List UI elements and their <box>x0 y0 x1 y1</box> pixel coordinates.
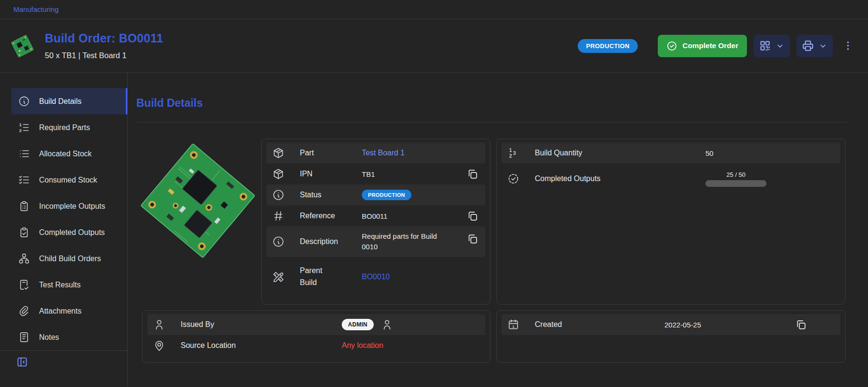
sidebar-item-required-parts[interactable]: 12 Required Parts <box>11 114 127 141</box>
parent-build-link[interactable]: BO0010 <box>362 273 390 281</box>
sidebar-item-label: Completed Outputs <box>39 228 105 237</box>
svg-text:2: 2 <box>19 128 22 133</box>
ipn-value: TB1 <box>362 170 375 178</box>
detail-row-parent-build: Parent Build BO0010 <box>266 257 485 297</box>
chevron-down-icon <box>776 41 785 51</box>
detail-label: Description <box>300 237 362 246</box>
notes-icon <box>18 331 30 343</box>
package-icon <box>272 147 285 159</box>
sidebar-item-notes[interactable]: Notes <box>11 324 127 350</box>
sidebar-item-allocated-stock[interactable]: Allocated Stock <box>11 141 127 167</box>
dates-card: 1 Created 2022-05-25 <box>496 310 846 363</box>
progress-track <box>705 180 766 187</box>
sidebar-item-label: Incomplete Outputs <box>39 202 105 211</box>
barcode-actions-button[interactable] <box>754 35 790 57</box>
detail-label: Status <box>300 191 362 199</box>
quantities-card: 123 Build Quantity 50 Completed Outputs … <box>496 139 846 305</box>
svg-text:2: 2 <box>509 153 512 159</box>
detail-label: Issued By <box>181 320 342 329</box>
info-circle-icon <box>18 95 30 107</box>
sidebar-item-label: Build Details <box>39 97 82 106</box>
detail-label: Created <box>535 320 664 329</box>
status-badge: PRODUCTION <box>578 39 637 53</box>
list-icon <box>18 148 30 160</box>
printer-icon <box>802 40 814 52</box>
detail-row-source-location: Source Location Any location <box>147 335 485 356</box>
sidebar-divider <box>0 350 127 351</box>
build-order-page: Manufacturing Build Order: BO0011 50 x T… <box>0 0 868 387</box>
copy-button[interactable] <box>466 167 480 181</box>
detail-row-build-quantity: 123 Build Quantity 50 <box>501 143 840 163</box>
reference-value: BO0011 <box>362 212 388 220</box>
dots-vertical-icon <box>842 40 854 51</box>
breadcrumb: Manufacturing <box>0 0 868 19</box>
sidebar-collapse-icon <box>16 356 28 368</box>
detail-label: Source Location <box>181 341 342 350</box>
part-image[interactable] <box>138 139 257 263</box>
page-subtitle: 50 x TB1 | Test Board 1 <box>45 51 163 60</box>
detail-row-description: Description Required parts for Build 001… <box>266 226 485 257</box>
heading-divider <box>136 122 848 122</box>
map-pin-icon <box>153 339 165 352</box>
svg-text:1: 1 <box>509 148 512 153</box>
completed-outputs-progress: 25 / 50 <box>705 171 766 187</box>
print-actions-button[interactable] <box>797 35 833 57</box>
sidebar-item-label: Required Parts <box>39 123 90 132</box>
sidebar-item-child-build-orders[interactable]: Child Build Orders <box>11 245 127 272</box>
package-icon <box>272 168 285 180</box>
breadcrumb-manufacturing-link[interactable]: Manufacturing <box>13 5 59 13</box>
detail-row-part: Part Test Board 1 <box>266 143 485 163</box>
pcb-image <box>138 139 257 263</box>
copy-button[interactable] <box>466 232 480 246</box>
issued-by-badge: ADMIN <box>342 319 374 330</box>
sidebar-item-label: Consumed Stock <box>39 176 97 184</box>
sidebar-item-incomplete-outputs[interactable]: Incomplete Outputs <box>11 193 127 219</box>
sidebar-item-consumed-stock[interactable]: Consumed Stock <box>11 167 127 193</box>
detail-row-created: 1 Created 2022-05-25 <box>501 314 840 335</box>
sidebar-item-label: Child Build Orders <box>39 255 101 263</box>
detail-row-completed-outputs: Completed Outputs 25 / 50 <box>501 163 840 194</box>
list-check-icon <box>18 174 30 186</box>
created-value: 2022-05-25 <box>664 321 701 329</box>
detail-label: Completed Outputs <box>535 174 705 183</box>
header-actions: PRODUCTION Complete Order <box>578 35 856 57</box>
people-card: Issued By ADMIN Source Location Any loca… <box>142 310 490 363</box>
part-link[interactable]: Test Board 1 <box>362 149 405 157</box>
detail-label: Part <box>300 149 362 157</box>
sidebar-item-completed-outputs[interactable]: Completed Outputs <box>11 219 127 245</box>
info-circle-icon <box>272 189 285 201</box>
complete-order-button[interactable]: Complete Order <box>658 35 747 57</box>
copy-button[interactable] <box>794 318 808 332</box>
detail-label: IPN <box>300 170 362 178</box>
sidebar-item-build-details[interactable]: Build Details <box>11 88 127 114</box>
sidebar-item-label: Notes <box>39 333 59 342</box>
detail-label: Parent Build <box>300 265 362 289</box>
more-actions-button[interactable] <box>840 38 856 53</box>
panel-heading: Build Details <box>136 97 848 110</box>
info-circle-icon <box>272 235 285 248</box>
detail-row-issued-by: Issued By ADMIN <box>147 314 485 335</box>
main-panel: Build Details <box>128 73 868 387</box>
qrcode-icon <box>759 40 771 52</box>
pcb-thumbnail-image <box>10 31 34 60</box>
copy-button[interactable] <box>466 209 480 223</box>
complete-order-label: Complete Order <box>683 41 738 50</box>
sidebar-collapse-button[interactable] <box>16 356 127 368</box>
svg-text:3: 3 <box>513 151 516 156</box>
detail-row-reference: Reference BO0011 <box>266 205 485 226</box>
sidebar-item-attachments[interactable]: Attachments <box>11 298 127 324</box>
title-block: Build Order: BO0011 50 x TB1 | Test Boar… <box>45 31 163 60</box>
file-check-icon <box>18 279 30 291</box>
user-icon <box>381 318 393 331</box>
detail-row-status: Status PRODUCTION <box>266 184 485 205</box>
sidebar-item-label: Attachments <box>39 307 82 316</box>
build-quantity-value: 50 <box>705 149 714 157</box>
numbered-list-icon: 12 <box>18 122 30 133</box>
sidebar-item-test-results[interactable]: Test Results <box>11 272 127 298</box>
user-icon <box>153 318 165 331</box>
circle-check-icon <box>666 41 677 51</box>
detail-label: Reference <box>300 212 362 220</box>
build-details-card: Part Test Board 1 IPN TB1 <box>261 139 490 305</box>
calendar-icon: 1 <box>507 318 520 331</box>
svg-text:1: 1 <box>19 122 22 127</box>
